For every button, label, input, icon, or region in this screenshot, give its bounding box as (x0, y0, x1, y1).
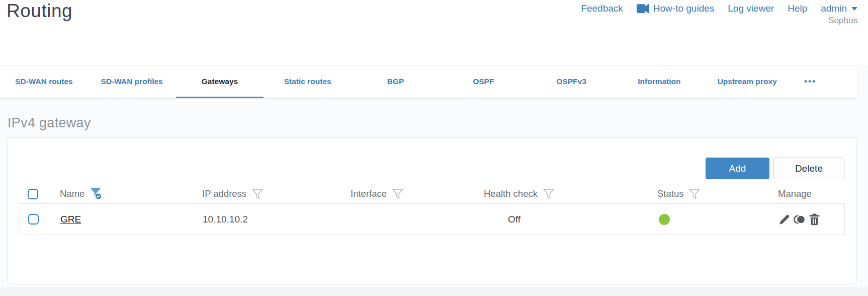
add-button[interactable]: Add (706, 158, 769, 179)
row-checkbox-cell (20, 214, 51, 225)
column-header-status: Status (649, 188, 770, 199)
column-header-health-check: Health check (476, 188, 649, 199)
header-checkbox-cell (20, 189, 51, 199)
tabs-overflow-button[interactable]: ••• (791, 66, 829, 98)
delete-icon[interactable] (809, 213, 820, 226)
nav-how-to-guides[interactable]: How-to guides (637, 3, 714, 14)
brand-label: Sophos (828, 16, 857, 26)
tab-bgp[interactable]: BGP (352, 66, 440, 98)
tab-gateways[interactable]: Gateways (176, 66, 264, 98)
status-filter-icon[interactable] (689, 189, 700, 199)
tab-sd-wan-routes[interactable]: SD-WAN routes (0, 66, 88, 98)
interface-filter-icon[interactable] (392, 189, 403, 199)
gateway-manage-cell (770, 213, 844, 226)
top-bar: Routing Feedback How-to guides Log viewe… (0, 0, 868, 65)
health-check-filter-icon[interactable] (543, 189, 554, 199)
select-all-checkbox[interactable] (28, 189, 38, 199)
video-camera-icon (637, 4, 649, 14)
nav-log-viewer[interactable]: Log viewer (728, 3, 774, 14)
tab-sd-wan-profiles[interactable]: SD-WAN profiles (88, 66, 176, 98)
ipv4-gateway-card: Add Delete Name (7, 137, 857, 284)
top-navigation: Feedback How-to guides Log viewer Help a… (581, 3, 858, 14)
name-filter-icon[interactable] (90, 188, 105, 200)
column-header-ip-address: IP address (194, 188, 342, 199)
toolbar: Add Delete (706, 158, 844, 179)
table-row: GRE 10.10.10.2 Off (20, 203, 845, 235)
ip-address-filter-icon[interactable] (252, 189, 263, 199)
column-header-name: Name (51, 188, 194, 200)
gateway-name-cell: GRE (51, 214, 195, 225)
tab-upstream-proxy[interactable]: Upstream proxy (703, 66, 791, 98)
delete-button[interactable]: Delete (773, 158, 844, 179)
content-area: IPv4 gateway Add Delete Name (0, 99, 868, 287)
tab-ospf[interactable]: OSPF (440, 66, 528, 98)
tab-static-routes[interactable]: Static routes (264, 66, 352, 98)
row-checkbox[interactable] (28, 214, 39, 225)
tab-information[interactable]: Information (615, 66, 703, 98)
section-title: IPv4 gateway (0, 99, 868, 131)
gateway-ip-cell: 10.10.10.2 (195, 214, 343, 225)
page-bottom-strip (0, 287, 868, 296)
column-header-interface: Interface (342, 188, 476, 199)
table-header-row: Name IP address (20, 184, 845, 203)
gateway-name-link[interactable]: GRE (60, 214, 81, 225)
edit-icon[interactable] (778, 213, 791, 226)
gateway-health-cell: Off (476, 214, 650, 225)
gateway-status-cell (650, 214, 770, 225)
routing-tab-bar: SD-WAN routes SD-WAN profiles Gateways S… (0, 65, 857, 99)
page-title: Routing (7, 1, 72, 22)
gateways-table: Name IP address (20, 184, 845, 235)
caret-down-icon (851, 7, 858, 11)
user-menu[interactable]: admin (821, 3, 858, 14)
status-dot (659, 214, 670, 225)
clone-icon[interactable] (793, 213, 806, 226)
column-header-manage: Manage (770, 188, 845, 199)
nav-help[interactable]: Help (788, 3, 807, 14)
nav-feedback[interactable]: Feedback (581, 3, 623, 14)
tab-ospfv3[interactable]: OSPFv3 (528, 66, 616, 98)
